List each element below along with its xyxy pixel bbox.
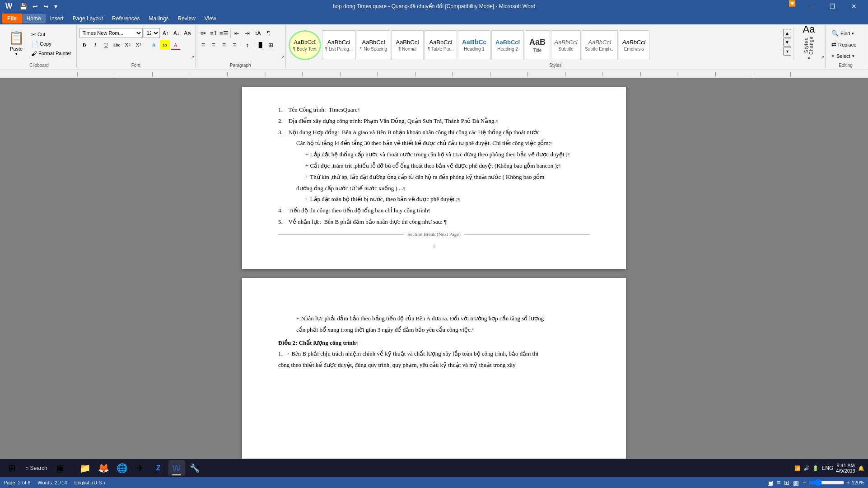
menu-home[interactable]: Home xyxy=(22,14,46,23)
zoom-out-button[interactable]: − xyxy=(803,479,806,486)
sort-button[interactable]: ↕A xyxy=(253,28,263,38)
show-hide-button[interactable]: ¶ xyxy=(263,28,273,38)
font-shrink-button[interactable]: A↓ xyxy=(172,28,182,38)
layout-print-icon[interactable]: ▣ xyxy=(767,479,773,486)
justify-button[interactable]: ≡ xyxy=(229,40,239,50)
style-emphasis-button[interactable]: AaBbCcI Emphasis xyxy=(619,30,649,60)
strikethrough-button[interactable]: abc xyxy=(112,40,122,50)
paragraph-expand-button[interactable]: ↗ xyxy=(281,55,285,60)
layout-web-icon[interactable]: ⊞ xyxy=(784,479,789,486)
menu-references[interactable]: References xyxy=(107,14,144,23)
zoom-slider[interactable] xyxy=(808,479,845,486)
find-dropdown-icon[interactable]: ▾ xyxy=(852,31,854,36)
find-button[interactable]: 🔍 Find ▾ xyxy=(828,28,863,38)
shading-button[interactable]: █ xyxy=(256,40,266,50)
menu-view[interactable]: View xyxy=(200,14,221,23)
save-icon[interactable]: 💾 xyxy=(18,2,29,11)
style-no-spacing-button[interactable]: AaBbCcI ¶ No Spacing xyxy=(357,30,390,60)
start-button[interactable]: ⊞ xyxy=(4,460,20,476)
select-button[interactable]: ⌖ Select ▾ xyxy=(828,51,863,61)
task-view-button[interactable]: ▣ xyxy=(53,460,69,476)
paste-dropdown-icon[interactable]: ▾ xyxy=(15,52,18,56)
increase-indent-button[interactable]: ⇥ xyxy=(243,28,252,38)
window-controls[interactable]: 🔽 — ❐ ✕ xyxy=(785,0,864,13)
menu-page-layout[interactable]: Page Layout xyxy=(68,14,107,23)
menu-review[interactable]: Review xyxy=(173,14,200,23)
font-grow-button[interactable]: A↑ xyxy=(161,28,171,38)
minimize-button[interactable]: — xyxy=(800,0,821,13)
align-right-button[interactable]: ≡ xyxy=(219,40,229,50)
multilevel-button[interactable]: ≡☰ xyxy=(219,28,229,38)
numbering-button[interactable]: ≡1 xyxy=(209,28,219,38)
styles-expand-button[interactable]: ↗ xyxy=(821,55,824,60)
line-6: + Thử kín ,thử áp, lắp đặt đường ống cấp… xyxy=(305,173,590,182)
close-button[interactable]: ✕ xyxy=(844,0,864,13)
line-6b: đường ống cấp nước từ bể nước xuống ) ..… xyxy=(296,184,590,193)
restore-button[interactable]: ❐ xyxy=(822,0,843,13)
style-body-text-button[interactable]: AaBbCcI ¶ Body Text xyxy=(289,30,321,60)
taskbar-app-firefox[interactable]: 🦊 xyxy=(95,460,112,476)
subscript-button[interactable]: X2 xyxy=(123,40,133,50)
align-left-button[interactable]: ≡ xyxy=(198,40,208,50)
style-heading2-button[interactable]: AaBbCcI Heading 2 xyxy=(491,30,524,60)
bullets-button[interactable]: ≡• xyxy=(198,28,208,38)
styles-scroll-up-button[interactable]: ▲ xyxy=(783,29,791,38)
redo-icon[interactable]: ↪ xyxy=(42,2,51,11)
styles-scroll-down-button[interactable]: ▼ xyxy=(783,38,791,47)
copy-button[interactable]: 📄 Copy xyxy=(29,39,74,48)
zoom-in-button[interactable]: + xyxy=(846,479,850,486)
borders-button[interactable]: ⊞ xyxy=(266,40,276,50)
ribbon: 📋 Paste ▾ ✂ Cut 📄 Copy 🖌 Format Painter xyxy=(0,24,868,70)
taskbar-app-zoom[interactable]: Z xyxy=(150,460,167,476)
style-table-par-button[interactable]: AaBbCcI ¶ Table Par... xyxy=(425,30,457,60)
menu-insert[interactable]: Insert xyxy=(46,14,68,23)
layout-outline-icon[interactable]: ▥ xyxy=(793,479,799,486)
clear-formatting-button[interactable]: Aa xyxy=(182,28,192,38)
font-expand-button[interactable]: ↗ xyxy=(191,55,194,60)
ribbon-minimize-icon[interactable]: 🔽 xyxy=(785,0,799,13)
change-styles-button[interactable]: Aa Change Styles ChangeStyles ▾ xyxy=(795,27,822,57)
select-dropdown-icon[interactable]: ▾ xyxy=(852,54,854,58)
format-painter-button[interactable]: 🖌 Format Painter xyxy=(29,49,74,58)
decrease-indent-button[interactable]: ⇤ xyxy=(232,28,242,38)
zoom-level-display[interactable]: 120% xyxy=(852,480,864,485)
taskbar-app-word[interactable]: W xyxy=(168,460,185,476)
text-effects-button[interactable]: A xyxy=(149,40,159,50)
search-button[interactable]: ○ Search xyxy=(22,460,51,476)
paste-button[interactable]: 📋 Paste ▾ xyxy=(5,28,28,58)
style-subtle-emph-button[interactable]: AaBbCcI Subtle Emph... xyxy=(582,30,618,60)
style-normal-button[interactable]: AaBbCcI ¶ Normal xyxy=(391,30,424,60)
styles-more-button[interactable]: ▾ xyxy=(783,47,791,56)
italic-button[interactable]: I xyxy=(90,40,100,50)
align-center-button[interactable]: ≡ xyxy=(209,40,219,50)
quick-access-dropdown-icon[interactable]: ▾ xyxy=(52,2,59,11)
underline-button[interactable]: U xyxy=(101,40,111,50)
layout-fullread-icon[interactable]: ≡ xyxy=(777,479,780,486)
text-highlight-button[interactable]: ab xyxy=(160,40,170,50)
line-spacing-button[interactable]: ↕ xyxy=(243,40,252,50)
menu-file[interactable]: File xyxy=(2,14,22,23)
style-subtitle-button[interactable]: AaBbCcI Subtitle xyxy=(551,30,581,60)
font-color-button[interactable]: A xyxy=(171,40,181,50)
style-list-para-button[interactable]: AaBbCcI ¶ List Parag... xyxy=(322,30,356,60)
replace-button[interactable]: ⇄ Replace xyxy=(828,39,863,50)
style-heading1-button[interactable]: AaBbCc Heading 1 xyxy=(458,30,490,60)
font-family-select[interactable]: Times New Rom... xyxy=(79,28,143,38)
taskbar-app-other[interactable]: 🔧 xyxy=(187,460,203,476)
undo-icon[interactable]: ↩ xyxy=(31,2,40,11)
quick-access-toolbar[interactable]: W 💾 ↩ ↪ ▾ xyxy=(4,1,59,11)
taskbar-app-explorer[interactable]: 📁 xyxy=(77,460,93,476)
cut-button[interactable]: ✂ Cut xyxy=(29,30,74,39)
change-styles-dropdown-icon[interactable]: ▾ xyxy=(808,56,810,61)
taskbar-app-chrome[interactable]: 🌐 xyxy=(114,460,131,476)
ime-language[interactable]: ENG xyxy=(821,465,833,471)
bold-button[interactable]: B xyxy=(79,40,89,50)
taskbar-app-telegram[interactable]: ✈ xyxy=(132,460,149,476)
superscript-button[interactable]: X2 xyxy=(134,40,144,50)
style-title-button[interactable]: AaB Title xyxy=(525,30,550,60)
menu-mailings[interactable]: Mailings xyxy=(144,14,173,23)
font-size-select[interactable]: 12 xyxy=(144,28,160,38)
notification-icon[interactable]: 🔔 xyxy=(858,465,864,471)
title-bar: W 💾 ↩ ↪ ▾ hop dong Times quare - Quang-đ… xyxy=(0,0,868,13)
find-icon: 🔍 xyxy=(831,30,839,37)
